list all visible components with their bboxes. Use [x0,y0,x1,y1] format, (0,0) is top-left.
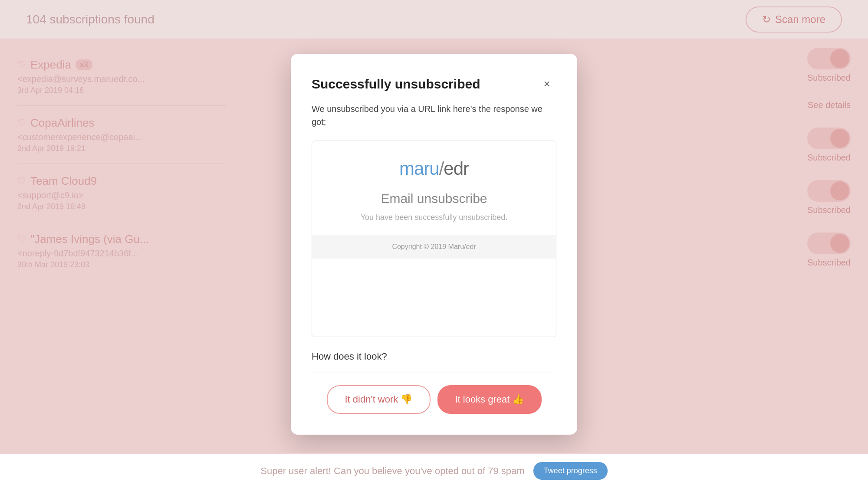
didnt-work-button[interactable]: It didn't work 👎 [327,385,431,414]
modal-title: Successfully unsubscribed [312,77,480,92]
email-preview-footer: Copyright © 2019 Maru/edr [312,235,556,259]
super-user-text: Super user alert! Can you believe you've… [260,465,524,477]
unsubscribe-modal: Successfully unsubscribed × We unsubscri… [291,54,577,435]
tweet-progress-button[interactable]: Tweet progress [533,462,608,480]
email-preview-subtitle: You have been successfully unsubscribed. [361,213,508,222]
modal-close-button[interactable]: × [537,75,556,94]
how-does-it-look-label: How does it look? [312,351,556,362]
modal-description: We unsubscribed you via a URL link here'… [312,102,556,128]
email-preview-container: maru/edr Email unsubscribe You have been… [312,141,556,337]
super-user-bar: Super user alert! Can you believe you've… [0,453,868,488]
modal-divider [312,373,556,373]
modal-actions: It didn't work 👎 It looks great 👍 [312,385,556,414]
email-preview-extra-space [312,259,556,337]
modal-header: Successfully unsubscribed × [312,75,556,94]
email-preview-title: Email unsubscribe [381,191,487,206]
modal-backdrop: Successfully unsubscribed × We unsubscri… [0,0,868,488]
email-preview-body: maru/edr Email unsubscribe You have been… [312,141,556,235]
maru-logo: maru/edr [399,158,469,179]
looks-great-button[interactable]: It looks great 👍 [437,385,541,414]
